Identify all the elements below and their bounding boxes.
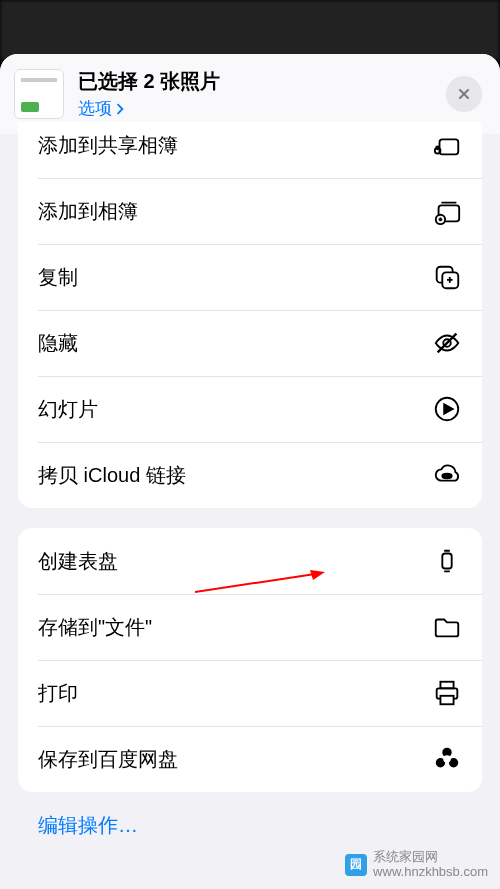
add-shared-album-row[interactable]: 添加到共享相簿 bbox=[18, 122, 482, 178]
svg-rect-11 bbox=[440, 682, 453, 689]
close-button[interactable] bbox=[446, 76, 482, 112]
svg-point-9 bbox=[442, 474, 451, 479]
row-label: 隐藏 bbox=[38, 330, 78, 357]
row-label: 添加到共享相簿 bbox=[38, 132, 178, 159]
watermark-name: 系统家园网 bbox=[373, 850, 488, 864]
copy-row[interactable]: 复制 bbox=[18, 244, 482, 310]
row-label: 拷贝 iCloud 链接 bbox=[38, 462, 186, 489]
svg-rect-10 bbox=[442, 554, 451, 569]
row-label: 复制 bbox=[38, 264, 78, 291]
shared-album-icon bbox=[432, 130, 462, 160]
icloud-link-row[interactable]: 拷贝 iCloud 链接 bbox=[18, 442, 482, 508]
slideshow-row[interactable]: 幻灯片 bbox=[18, 376, 482, 442]
row-label: 存储到"文件" bbox=[38, 614, 152, 641]
watermark-url: www.hnzkhbsb.com bbox=[373, 865, 488, 879]
folder-icon bbox=[432, 612, 462, 642]
row-label: 添加到相簿 bbox=[38, 198, 138, 225]
save-to-files-row[interactable]: 存储到"文件" bbox=[18, 594, 482, 660]
hide-row[interactable]: 隐藏 bbox=[18, 310, 482, 376]
share-sheet: 已选择 2 张照片 选项 添加到共享相簿 添加到相簿 bbox=[0, 54, 500, 889]
add-album-row[interactable]: 添加到相簿 bbox=[18, 178, 482, 244]
watch-icon bbox=[432, 546, 462, 576]
baidu-icon bbox=[432, 744, 462, 774]
svg-point-17 bbox=[443, 755, 451, 763]
print-row[interactable]: 打印 bbox=[18, 660, 482, 726]
watermark-logo: 园 bbox=[345, 854, 367, 876]
album-icon bbox=[432, 196, 462, 226]
icloud-link-icon bbox=[432, 460, 462, 490]
options-button[interactable]: 选项 bbox=[78, 97, 446, 120]
row-label: 创建表盘 bbox=[38, 548, 118, 575]
print-icon bbox=[432, 678, 462, 708]
photo-thumbnail bbox=[14, 69, 64, 119]
action-group-1: 添加到共享相簿 添加到相簿 复制 隐藏 bbox=[18, 122, 482, 508]
copy-icon bbox=[432, 262, 462, 292]
watermark: 园 系统家园网 www.hnzkhbsb.com bbox=[345, 850, 488, 879]
svg-rect-13 bbox=[440, 696, 453, 704]
row-label: 打印 bbox=[38, 680, 78, 707]
svg-point-2 bbox=[436, 146, 439, 149]
play-icon bbox=[432, 394, 462, 424]
watch-face-row[interactable]: 创建表盘 bbox=[18, 528, 482, 594]
hide-icon bbox=[432, 328, 462, 358]
selection-title: 已选择 2 张照片 bbox=[78, 68, 446, 95]
svg-rect-0 bbox=[440, 139, 459, 154]
baidu-row[interactable]: 保存到百度网盘 bbox=[18, 726, 482, 792]
action-group-2: 创建表盘 存储到"文件" 打印 保存到百度网盘 bbox=[18, 528, 482, 792]
row-label: 幻灯片 bbox=[38, 396, 98, 423]
row-label: 保存到百度网盘 bbox=[38, 746, 178, 773]
